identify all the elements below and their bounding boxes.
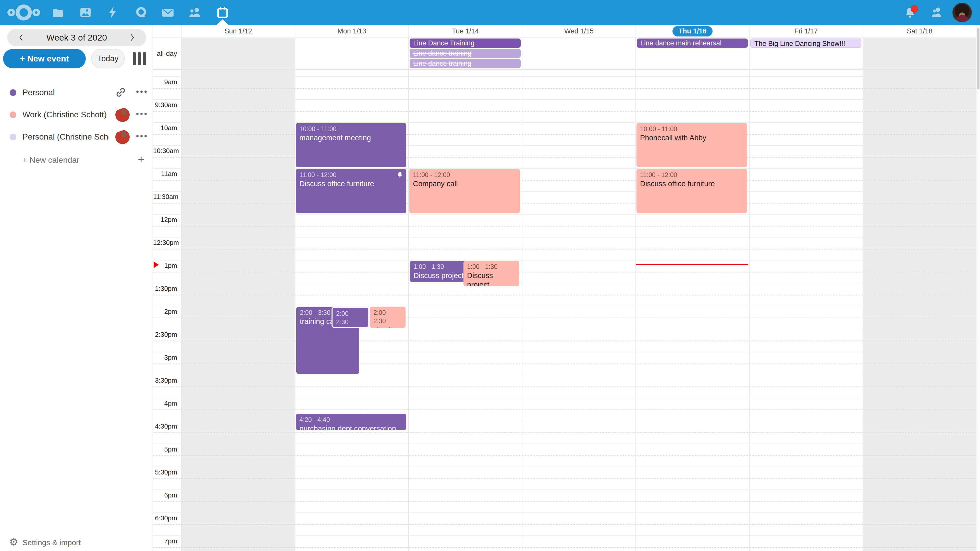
all-day-event[interactable]: The Big Line Dancing Show!!! [750, 38, 861, 48]
day-header-label: Sun 1/12 [224, 27, 252, 35]
slot-line-minor [153, 341, 976, 341]
week-switcher[interactable]: Week 3 of 2020 [7, 29, 146, 46]
event-block[interactable]: 10:00 - 11:00Phonecall with Abby [636, 123, 747, 167]
slot-line-minor [153, 364, 976, 364]
contacts-menu-button[interactable] [924, 0, 948, 25]
dot-icon [140, 91, 143, 93]
time-label: 6pm [153, 491, 177, 499]
event-time: 1:00 - 1:30 [467, 262, 515, 271]
app-window: Week 3 of 2020 + New event Today Persona… [0, 0, 980, 551]
day-header-fri[interactable]: Fri 1/17 [749, 25, 862, 38]
time-label: 2pm [153, 308, 177, 316]
nextcloud-logo[interactable] [5, 0, 43, 25]
calendar-actions-menu[interactable] [136, 113, 147, 115]
day-header-row: Sun 1/12Mon 1/13Tue 1/14Wed 1/15Thu 1/16… [153, 25, 976, 38]
all-day-event[interactable]: Line dance main rehearsal [637, 38, 748, 48]
shared-by-avatar [115, 108, 130, 122]
day-header-label: Sat 1/18 [907, 27, 932, 35]
app-mail[interactable] [156, 0, 180, 25]
slot-line [153, 444, 976, 444]
calendar-color-dot [10, 89, 16, 96]
nextcloud-logo-icon [7, 3, 40, 22]
vertical-scrollbar[interactable] [976, 25, 980, 551]
today-button[interactable]: Today [91, 49, 125, 68]
calendar-actions-menu[interactable] [136, 91, 147, 93]
app-contacts[interactable] [183, 0, 207, 25]
slot-line-minor [153, 547, 976, 548]
event-block[interactable]: 11:00 - 12:00Discuss office furniture [296, 169, 406, 213]
event-block[interactable]: 11:00 - 12:00Discuss office furniture [636, 169, 747, 213]
new-event-label: + New event [20, 54, 69, 64]
time-label: 3pm [153, 354, 177, 362]
plus-icon: + [138, 149, 145, 171]
new-event-button[interactable]: + New event [3, 49, 86, 68]
event-block[interactable]: 2:00 - 2:30check-in [331, 306, 369, 328]
calendar-actions-menu[interactable] [136, 135, 147, 137]
notifications-button[interactable] [898, 0, 922, 25]
slot-line-minor [153, 410, 976, 410]
slot-line [153, 237, 976, 238]
dot-icon [140, 135, 143, 137]
time-label: 9am [153, 78, 177, 86]
slot-line [153, 513, 976, 513]
user-menu[interactable] [950, 0, 974, 25]
day-header-sun[interactable]: Sun 1/12 [181, 25, 295, 38]
slot-line-minor [153, 203, 976, 203]
all-day-event[interactable]: Line dance training [410, 59, 520, 68]
slot-line-minor [153, 295, 976, 295]
all-day-event[interactable]: Line Dance Training [410, 38, 520, 48]
day-header-mon[interactable]: Mon 1/13 [295, 25, 408, 38]
slot-line [153, 145, 976, 146]
slot-line [153, 329, 976, 329]
event-block[interactable]: 1:00 - 1:30Discuss project announcement [410, 261, 468, 282]
event-time: 10:00 - 11:00 [640, 125, 743, 133]
dot-icon [145, 91, 147, 93]
event-time: 2:00 - 2:30 [373, 308, 402, 325]
new-calendar-row[interactable]: + New calendar+ [0, 149, 153, 171]
previous-week-button[interactable] [7, 29, 35, 46]
event-block[interactable]: 2:00 - 2:30check-in [370, 306, 406, 328]
app-photos[interactable] [73, 0, 98, 25]
slot-line [153, 283, 976, 283]
day-header-thu[interactable]: Thu 1/16 [635, 25, 749, 38]
calendar-color-dot [10, 134, 16, 140]
event-title: Discuss project announcement [467, 271, 515, 286]
day-header-label: Wed 1/15 [564, 27, 593, 35]
week-label: Week 3 of 2020 [46, 33, 107, 43]
app-files[interactable] [45, 0, 70, 25]
view-mode-toggle[interactable] [133, 52, 146, 65]
all-day-event[interactable]: Line dance training [410, 49, 520, 58]
day-header-tue[interactable]: Tue 1/14 [408, 25, 522, 38]
calendar-list-item[interactable]: Personal (Christine Scho… [0, 126, 153, 148]
share-link-icon[interactable] [115, 86, 127, 99]
slot-line-minor [153, 501, 976, 502]
event-block[interactable]: 11:00 - 12:00Company call [409, 169, 520, 213]
event-title: purchasing dept conversation [299, 424, 403, 430]
event-title: check-in [336, 326, 365, 328]
settings-import[interactable]: ⚙ Settings & import [0, 534, 153, 551]
time-label: 12pm [153, 216, 177, 224]
event-block[interactable]: 10:00 - 11:00management meeting [296, 123, 406, 167]
slot-line-minor [153, 386, 976, 387]
slot-line [153, 99, 976, 100]
time-label: 12:30pm [153, 239, 177, 247]
calendar-list-item[interactable]: Personal [0, 81, 153, 103]
calendar-list-item[interactable]: Work (Christine Schott) [0, 103, 153, 125]
event-block[interactable]: 4:20 - 4:40purchasing dept conversation [296, 414, 406, 430]
app-talk[interactable] [129, 0, 153, 25]
day-header-wed[interactable]: Wed 1/15 [522, 25, 635, 38]
app-activity[interactable] [101, 0, 125, 25]
next-week-button[interactable] [118, 29, 146, 46]
slot-line-minor [153, 134, 976, 135]
event-title: Company call [413, 179, 516, 188]
slot-line [153, 352, 976, 352]
scrollbar-thumb[interactable] [977, 28, 980, 89]
event-block[interactable]: 1:00 - 1:30Discuss project announcement [463, 261, 519, 286]
time-label: 10:30am [153, 147, 177, 155]
people-icon [189, 6, 201, 18]
slot-line-minor [153, 455, 976, 456]
event-title: Discuss office furniture [299, 179, 403, 188]
event-title: management meeting [299, 133, 403, 142]
day-header-sat[interactable]: Sat 1/18 [862, 25, 976, 38]
folder-icon [52, 6, 64, 18]
